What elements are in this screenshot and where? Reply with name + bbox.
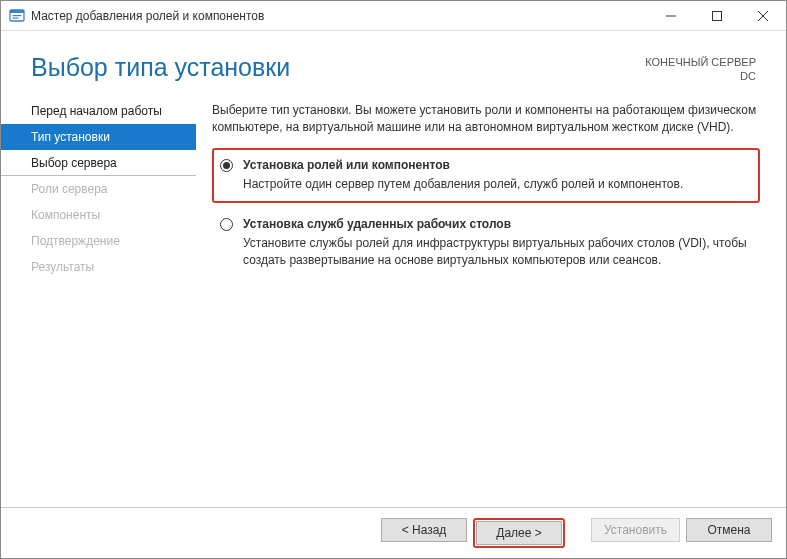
window-title: Мастер добавления ролей и компонентов <box>31 9 648 23</box>
window-controls <box>648 1 786 30</box>
option-title: Установка служб удаленных рабочих столов <box>243 216 750 233</box>
back-button[interactable]: < Назад <box>381 518 467 542</box>
option-description: Установите службы ролей для инфраструкту… <box>243 235 750 270</box>
sidebar: Перед началом работыТип установкиВыбор с… <box>1 94 196 507</box>
next-button-highlight: Далее > <box>473 518 565 548</box>
option-title: Установка ролей или компонентов <box>243 157 750 174</box>
sidebar-step: Роли сервера <box>1 176 196 202</box>
spacer <box>571 518 585 548</box>
app-icon <box>9 8 25 24</box>
sidebar-step[interactable]: Тип установки <box>1 124 196 150</box>
page-title: Выбор типа установки <box>31 53 290 82</box>
install-type-option[interactable]: Установка ролей или компонентовНастройте… <box>212 148 760 203</box>
header: Выбор типа установки КОНЕЧНЫЙ СЕРВЕР DC <box>1 31 786 94</box>
main: Перед началом работыТип установкиВыбор с… <box>1 94 786 507</box>
radio-icon[interactable] <box>220 218 233 231</box>
option-description: Настройте один сервер путем добавления р… <box>243 176 750 193</box>
svg-rect-1 <box>10 10 24 13</box>
sidebar-step[interactable]: Перед началом работы <box>1 99 196 124</box>
titlebar: Мастер добавления ролей и компонентов <box>1 1 786 31</box>
install-button[interactable]: Установить <box>591 518 680 542</box>
option-group: Установка ролей или компонентовНастройте… <box>212 148 760 279</box>
server-info: КОНЕЧНЫЙ СЕРВЕР DC <box>645 53 756 84</box>
close-button[interactable] <box>740 1 786 30</box>
sidebar-step[interactable]: Выбор сервера <box>1 150 196 176</box>
footer: < Назад Далее > Установить Отмена <box>1 507 786 558</box>
server-label: КОНЕЧНЫЙ СЕРВЕР <box>645 55 756 69</box>
svg-rect-3 <box>13 17 19 18</box>
svg-rect-2 <box>13 15 22 16</box>
content: Выберите тип установки. Вы можете устано… <box>196 94 786 507</box>
svg-rect-5 <box>713 11 722 20</box>
option-body: Установка ролей или компонентовНастройте… <box>243 157 750 193</box>
cancel-button[interactable]: Отмена <box>686 518 772 542</box>
next-button[interactable]: Далее > <box>476 521 562 545</box>
install-type-option[interactable]: Установка служб удаленных рабочих столов… <box>212 207 760 279</box>
sidebar-step: Результаты <box>1 254 196 280</box>
sidebar-step: Компоненты <box>1 202 196 228</box>
intro-text: Выберите тип установки. Вы можете устано… <box>212 102 760 137</box>
radio-icon[interactable] <box>220 159 233 172</box>
maximize-button[interactable] <box>694 1 740 30</box>
sidebar-step: Подтверждение <box>1 228 196 254</box>
option-body: Установка служб удаленных рабочих столов… <box>243 216 750 269</box>
server-name: DC <box>645 69 756 83</box>
minimize-button[interactable] <box>648 1 694 30</box>
